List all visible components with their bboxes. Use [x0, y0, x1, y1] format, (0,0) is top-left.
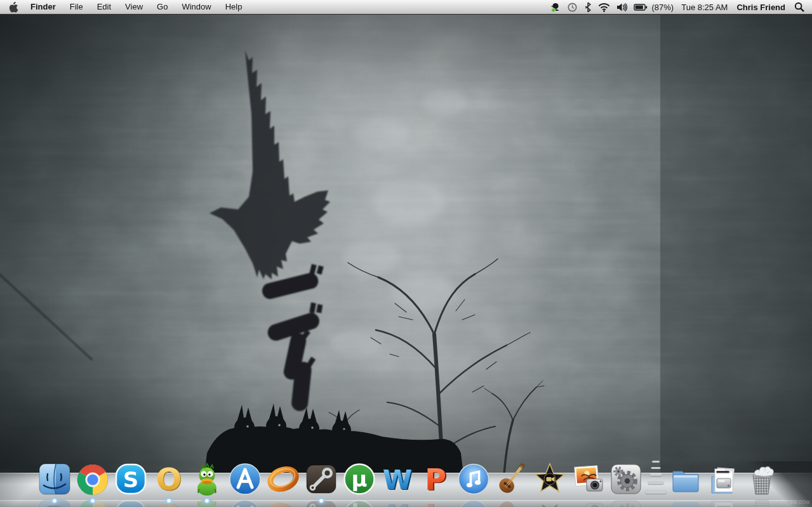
apple-icon	[9, 1, 18, 13]
menu-go[interactable]: Go	[150, 0, 175, 14]
dock-item-app-store[interactable]	[227, 461, 263, 497]
menu-view[interactable]: View	[118, 0, 150, 14]
dock-item-finder[interactable]	[37, 461, 72, 497]
skype-icon: S	[113, 461, 149, 497]
desktop-screen: Finder File Edit View Go Window Help	[0, 0, 812, 507]
running-indicator	[90, 499, 96, 503]
battery-icon[interactable]	[634, 2, 648, 13]
menu-window[interactable]: Window	[175, 0, 218, 14]
dock-item-skype[interactable]: SS	[113, 461, 149, 497]
finder-icon	[37, 461, 72, 497]
apple-menu[interactable]	[0, 1, 23, 13]
itunes-icon	[456, 461, 491, 497]
dock-item-system-preferences[interactable]	[608, 461, 644, 497]
svg-text:S: S	[123, 467, 139, 492]
gameranger-icon	[265, 461, 301, 497]
app-store-icon	[227, 461, 263, 497]
dock-separator	[646, 458, 665, 497]
dock-item-imovie[interactable]	[532, 461, 568, 497]
user-menu[interactable]: Chris Friend	[736, 3, 785, 12]
menu-bar-clock[interactable]: Tue 8:25 AM	[681, 3, 728, 12]
svg-text:µ: µ	[351, 466, 367, 492]
dock-item-itunes[interactable]	[456, 461, 491, 497]
iphoto-icon	[570, 461, 606, 497]
downloads-stack-icon	[706, 461, 742, 497]
running-indicator	[166, 499, 172, 503]
dock-item-iphoto[interactable]	[570, 461, 606, 497]
menu-edit[interactable]: Edit	[90, 0, 118, 14]
menu-bar-status-area: (87%) Tue 8:25 AM Chris Friend	[550, 2, 812, 13]
trash-full-icon	[744, 461, 780, 497]
desktop-wallpaper	[0, 14, 812, 507]
word-icon: WW	[380, 461, 415, 497]
chrome-icon	[75, 461, 110, 497]
dock-item-chrome[interactable]	[75, 461, 110, 497]
adium-status-icon[interactable]	[550, 2, 561, 13]
volume-icon[interactable]	[616, 3, 627, 12]
running-indicator	[51, 499, 58, 503]
dock-item-garageband[interactable]	[494, 461, 529, 497]
bluetooth-icon[interactable]	[584, 2, 592, 13]
powerpoint-icon: PP	[418, 461, 453, 497]
system-preferences-icon	[608, 461, 644, 497]
battery-percent[interactable]: (87%)	[652, 3, 674, 12]
dock-item-adium[interactable]	[189, 461, 225, 497]
wallpaper-watermark: SM.COM	[790, 500, 810, 504]
outlook-icon: OO	[151, 461, 187, 497]
imovie-icon	[532, 461, 568, 497]
dock: SSOOOOµµWWWWPPPP	[0, 458, 812, 507]
garageband-icon	[494, 461, 529, 497]
menu-file[interactable]: File	[63, 0, 90, 14]
steam-icon	[303, 461, 339, 497]
wifi-icon[interactable]	[598, 3, 610, 12]
wallpaper-art	[0, 14, 812, 507]
documents-folder-icon	[668, 461, 703, 497]
dock-item-word[interactable]: WWWW	[380, 461, 415, 497]
dock-item-downloads-stack[interactable]	[706, 461, 742, 497]
dock-item-utorrent[interactable]: µµ	[342, 461, 377, 497]
utorrent-icon: µ	[342, 461, 377, 497]
spotlight-search-icon[interactable]	[794, 2, 804, 12]
dock-item-steam[interactable]	[303, 461, 339, 497]
dock-item-documents-folder[interactable]	[668, 461, 703, 497]
dock-item-outlook[interactable]: OOOO	[151, 461, 187, 497]
dock-items: SSOOOOµµWWWWPPPP	[36, 458, 781, 497]
dock-item-trash-full[interactable]	[744, 461, 780, 497]
running-indicator	[204, 499, 210, 503]
menu-help[interactable]: Help	[218, 0, 250, 14]
svg-text:O: O	[156, 461, 182, 497]
time-machine-icon[interactable]	[567, 2, 578, 13]
adium-icon	[189, 461, 225, 497]
menu-finder[interactable]: Finder	[23, 0, 63, 14]
menu-bar: Finder File Edit View Go Window Help	[0, 0, 812, 15]
dock-item-powerpoint[interactable]: PPPP	[418, 461, 453, 497]
svg-text:W: W	[383, 464, 412, 496]
dock-item-gameranger[interactable]	[265, 461, 301, 497]
running-indicator	[318, 499, 324, 503]
svg-text:P: P	[425, 463, 446, 497]
